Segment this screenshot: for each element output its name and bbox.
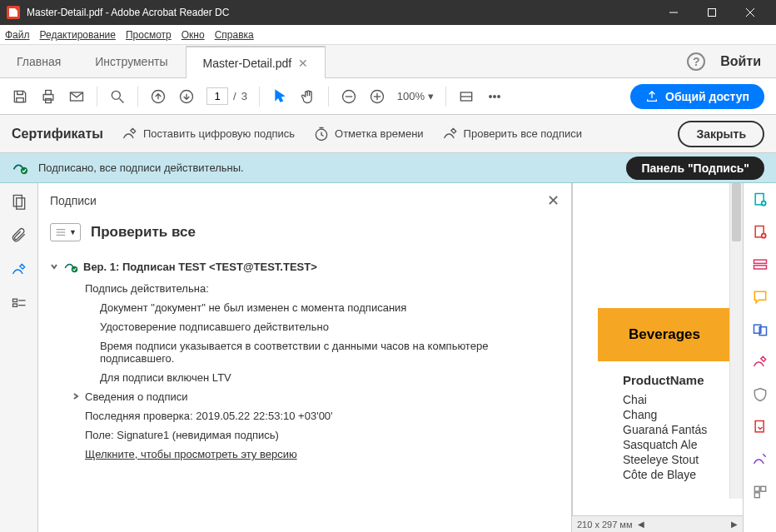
- signature-valid-label: Подпись действительна:: [50, 279, 560, 298]
- save-icon[interactable]: [12, 88, 28, 105]
- pen-check-icon: [442, 126, 459, 142]
- titlebar: Master-Detail.pdf - Adobe Acrobat Reader…: [0, 0, 776, 25]
- signature-lastcheck: Последняя проверка: 2019.05.22 22:53:10 …: [50, 406, 560, 425]
- menu-view[interactable]: Просмотр: [126, 29, 172, 41]
- certificates-close-button[interactable]: Закрыть: [678, 121, 764, 147]
- menu-edit[interactable]: Редактирование: [40, 29, 116, 41]
- scroll-right-icon[interactable]: ▶: [731, 520, 738, 529]
- mail-icon[interactable]: [68, 88, 85, 105]
- fit-width-icon[interactable]: [458, 88, 475, 105]
- product-row: Chang: [598, 407, 743, 422]
- signature-detail-2: Удостоверение подписавшего действительно: [50, 317, 560, 336]
- search-icon[interactable]: [109, 88, 126, 105]
- pen-icon: [122, 126, 138, 142]
- signature-version-row[interactable]: Вер. 1: Подписан TEST <TEST@TEST.TEST>: [50, 255, 560, 279]
- signature-view-version-link[interactable]: Щелкните, чтобы просмотреть эту версию: [85, 448, 297, 460]
- bookmarks-icon[interactable]: [11, 296, 27, 315]
- toolbar: / 3 100%▾ Общий доступ: [0, 78, 776, 115]
- export-pdf-icon[interactable]: [752, 224, 769, 243]
- page-input[interactable]: [206, 87, 228, 105]
- share-button[interactable]: Общий доступ: [630, 84, 764, 109]
- document-viewport[interactable]: Beverages ProductName Chai Chang Guaraná…: [572, 183, 743, 515]
- zoom-in-icon[interactable]: [369, 88, 386, 105]
- compress-icon[interactable]: [752, 419, 769, 438]
- scroll-left-icon[interactable]: ◀: [638, 520, 644, 529]
- combine-icon[interactable]: [752, 321, 769, 341]
- tab-close-icon[interactable]: ✕: [298, 57, 308, 70]
- protect-icon[interactable]: [752, 386, 769, 405]
- caret-right-icon: [72, 390, 80, 403]
- certificates-bar: Сертификаты Поставить цифровую подпись О…: [0, 115, 776, 153]
- page-size-label: 210 x 297 мм: [577, 520, 633, 530]
- acrobat-icon: [7, 6, 20, 19]
- menu-window[interactable]: Окно: [182, 29, 205, 41]
- svg-line-10: [120, 98, 124, 102]
- svg-rect-26: [16, 198, 24, 209]
- fill-sign-icon[interactable]: [752, 451, 769, 470]
- svg-rect-1: [709, 9, 716, 17]
- product-row: Côte de Blaye: [598, 467, 743, 482]
- product-row: Steeleye Stout: [598, 452, 743, 467]
- tab-home[interactable]: Главная: [0, 45, 78, 77]
- svg-point-21: [494, 95, 496, 97]
- vertical-scrollbar[interactable]: [729, 183, 743, 499]
- hand-icon[interactable]: [300, 88, 316, 105]
- tab-document-label: Master-Detail.pdf: [203, 57, 292, 70]
- svg-rect-4: [17, 97, 23, 102]
- svg-rect-43: [755, 421, 764, 432]
- verify-all-button[interactable]: Проверить все подписи: [442, 126, 582, 142]
- document-area: Beverages ProductName Chai Chang Guaraná…: [572, 183, 743, 532]
- zoom-out-icon[interactable]: [341, 88, 357, 105]
- chevron-down-icon: ▾: [428, 90, 434, 102]
- tab-document[interactable]: Master-Detail.pdf ✕: [186, 46, 326, 78]
- signature-details-row[interactable]: Сведения о подписи: [50, 387, 560, 406]
- pointer-icon[interactable]: [271, 88, 288, 105]
- verify-all-label[interactable]: Проверить все: [91, 224, 196, 241]
- signature-panel-button[interactable]: Панель "Подпись": [626, 157, 764, 180]
- prev-page-icon[interactable]: [150, 88, 167, 105]
- signed-bar: Подписано, все подписи действительны. Па…: [0, 153, 776, 183]
- attachments-icon[interactable]: [11, 227, 27, 246]
- more-tools-icon[interactable]: [752, 484, 769, 503]
- minimize-button[interactable]: [654, 0, 693, 25]
- svg-rect-25: [13, 196, 22, 206]
- left-rail: [0, 183, 38, 532]
- more-icon[interactable]: [486, 88, 503, 105]
- timestamp-button[interactable]: Отметка времени: [313, 126, 424, 142]
- help-icon[interactable]: ?: [687, 52, 705, 71]
- menu-help[interactable]: Справка: [215, 29, 254, 41]
- svg-rect-40: [754, 266, 766, 269]
- menu-file[interactable]: Файл: [5, 29, 30, 41]
- digital-sign-button[interactable]: Поставить цифровую подпись: [122, 126, 295, 142]
- signatures-icon[interactable]: [11, 261, 27, 281]
- window-title: Master-Detail.pdf - Adobe Acrobat Reader…: [27, 7, 654, 18]
- caret-down-icon: [50, 261, 58, 273]
- svg-rect-44: [754, 486, 759, 491]
- zoom-dropdown[interactable]: 100%▾: [397, 90, 434, 102]
- svg-rect-27: [12, 299, 17, 301]
- document-status-bar: 210 x 297 мм ◀ ▶: [572, 515, 743, 532]
- main-area: Подписи ✕ ▼ Проверить все Вер. 1: Подпис…: [0, 183, 776, 532]
- comment-icon[interactable]: [752, 289, 769, 308]
- create-pdf-icon[interactable]: [752, 191, 769, 211]
- scrollbar-thumb[interactable]: [732, 183, 741, 241]
- thumbnails-icon[interactable]: [11, 193, 27, 212]
- print-icon[interactable]: [40, 88, 57, 105]
- next-page-icon[interactable]: [178, 88, 195, 105]
- edit-pdf-icon[interactable]: [752, 256, 769, 276]
- signature-options-button[interactable]: ▼: [50, 223, 81, 241]
- product-row: Guaraná Fantás: [598, 422, 743, 437]
- product-row: Chai: [598, 392, 743, 407]
- svg-point-24: [21, 167, 27, 174]
- signature-version-label: Вер. 1: Подписан TEST <TEST@TEST.TEST>: [83, 261, 317, 273]
- login-button[interactable]: Войти: [720, 54, 761, 69]
- svg-rect-7: [46, 98, 52, 102]
- close-button[interactable]: [731, 0, 769, 25]
- signature-detail-3: Время подписи указывается в соответствии…: [50, 336, 560, 368]
- signed-message: Подписано, все подписи действительны.: [38, 162, 616, 174]
- maximize-button[interactable]: [693, 0, 731, 25]
- svg-point-20: [490, 95, 492, 97]
- tab-tools[interactable]: Инструменты: [78, 45, 185, 77]
- organize-icon[interactable]: [752, 354, 769, 373]
- signature-panel-close-icon[interactable]: ✕: [547, 191, 560, 210]
